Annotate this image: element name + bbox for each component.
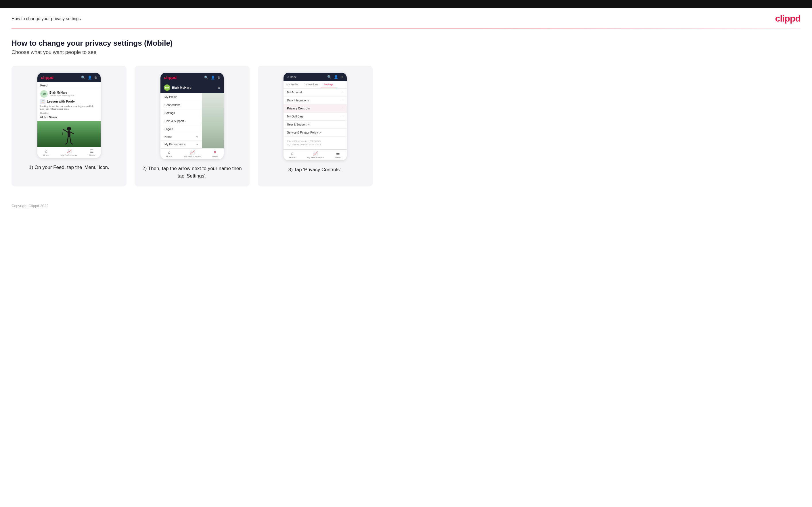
step1-bottom-nav: ⌂ Home 📈 My Performance ☰ Menu (37, 147, 101, 158)
step2-user-avatar: BM (164, 84, 170, 91)
step3-item-privacy-controls[interactable]: Privacy Controls › (284, 105, 347, 113)
performance-icon: 📈 (67, 149, 71, 153)
step-1-card: clippd 🔍 👤 ⊕ Feed BM Blair McHarg (11, 66, 126, 186)
step3-settings-list: My Account › Data Integrations › Privacy… (284, 89, 347, 137)
step1-nav-menu: ☰ Menu (89, 149, 95, 157)
step3-item-data-integrations[interactable]: Data Integrations › (284, 97, 347, 105)
logo: clippd (775, 13, 801, 24)
svg-line-2 (63, 129, 67, 132)
help-support-label: Help & Support ↗ (287, 123, 310, 126)
service-privacy-label: Service & Privacy Policy ↗ (287, 131, 321, 134)
step1-lesson-title: 📋 Lesson with Fordy (40, 99, 98, 104)
user-icon: 👤 (211, 75, 215, 79)
step2-section-home-label: Home (164, 135, 172, 138)
steps-container: clippd 🔍 👤 ⊕ Feed BM Blair McHarg (11, 66, 801, 186)
step-1-phone: clippd 🔍 👤 ⊕ Feed BM Blair McHarg (37, 73, 101, 158)
home-label: Home (166, 155, 172, 158)
search-icon: 🔍 (81, 75, 86, 79)
step3-nav-performance: 📈 My Performance (307, 151, 324, 159)
top-bar (0, 0, 812, 8)
step2-phone-logo: clippd (164, 75, 176, 80)
menu-icon: ☰ (336, 151, 340, 156)
user-icon: 👤 (334, 75, 338, 79)
home-icon: ⌂ (45, 149, 47, 153)
step1-post-header: BM Blair McHarg Yesterday · Sunningdale (40, 90, 98, 98)
step1-nav-performance: 📈 My Performance (61, 149, 78, 157)
step3-version-info: Clippd Client Version: 2022.8.3-3 GQL Se… (284, 137, 347, 149)
step1-feed-label: Feed (37, 82, 101, 88)
chevron-down-icon: ∨ (196, 135, 198, 138)
step3-nav-home: ⌂ Home (289, 151, 295, 159)
step2-section-home: Home ∨ (160, 133, 202, 141)
step3-nav-menu: ☰ Menu (335, 151, 341, 159)
settings-icon: ⊕ (341, 75, 343, 79)
svg-rect-1 (67, 131, 70, 137)
step2-username: Blair McHarg (172, 86, 192, 89)
copyright-text: Copyright Clippd 2022 (11, 204, 49, 208)
svg-line-7 (71, 143, 73, 144)
step-2-card: clippd 🔍 👤 ⊕ BM Blair McHarg ∧ (135, 66, 250, 186)
step1-phone-logo: clippd (41, 75, 53, 80)
chevron-down-icon-2: ∨ (196, 143, 198, 146)
page-heading: How to change your privacy settings (Mob… (11, 39, 801, 48)
step-3-card: < Back 🔍 👤 ⊕ My Profile Connections Sett… (258, 66, 373, 186)
performance-label: My Performance (61, 154, 78, 157)
step-2-phone: clippd 🔍 👤 ⊕ BM Blair McHarg ∧ (160, 73, 224, 159)
step3-item-service-privacy[interactable]: Service & Privacy Policy ↗ (284, 129, 347, 137)
step3-item-my-golf-bag[interactable]: My Golf Bag › (284, 113, 347, 121)
search-icon: 🔍 (327, 75, 332, 79)
step3-item-help-support[interactable]: Help & Support ↗ (284, 121, 347, 129)
client-version: Clippd Client Version: 2022.8.3-3 (287, 139, 343, 143)
data-integrations-label: Data Integrations (287, 99, 309, 102)
tab-my-profile[interactable]: My Profile (284, 81, 301, 88)
svg-line-3 (70, 132, 73, 133)
gql-version: GQL Server Version: 2022.7.30-1 (287, 143, 343, 147)
step1-phone-nav: clippd 🔍 👤 ⊕ (37, 73, 101, 82)
step1-post-sub: Yesterday · Sunningdale (49, 94, 74, 97)
step2-menu-right (202, 93, 224, 148)
step1-phone-icons: 🔍 👤 ⊕ (81, 75, 97, 79)
step3-back-label: Back (290, 75, 296, 79)
step1-duration-value: 01 hr : 30 min (40, 116, 98, 119)
header: How to change your privacy settings clip… (0, 8, 812, 24)
svg-point-0 (67, 127, 71, 131)
step2-menu-help: Help & Support (160, 117, 202, 125)
step2-menu-user-row: BM Blair McHarg ∧ (160, 82, 224, 93)
step3-tabs: My Profile Connections Settings (284, 81, 347, 89)
home-label: Home (43, 154, 49, 157)
user-icon: 👤 (88, 75, 92, 79)
step1-post: BM Blair McHarg Yesterday · Sunningdale … (37, 88, 101, 121)
step-3-phone: < Back 🔍 👤 ⊕ My Profile Connections Sett… (284, 73, 347, 160)
step3-item-my-account[interactable]: My Account › (284, 89, 347, 97)
step2-nav-menu: ✕ Menu (212, 150, 218, 158)
svg-line-5 (70, 137, 71, 143)
lesson-icon: 📋 (40, 99, 45, 104)
menu-icon: ☰ (90, 149, 94, 153)
chevron-right-icon: › (343, 99, 343, 102)
my-golf-bag-label: My Golf Bag (287, 115, 303, 118)
menu-label: Menu (335, 156, 341, 159)
step3-back-nav: < Back 🔍 👤 ⊕ (284, 73, 347, 81)
performance-icon: 📈 (190, 150, 195, 155)
search-icon: 🔍 (204, 75, 208, 79)
header-title: How to change your privacy settings (11, 16, 81, 21)
step-3-caption: 3) Tap 'Privacy Controls'. (289, 166, 342, 173)
tab-settings[interactable]: Settings (321, 81, 336, 88)
back-arrow-icon: < (287, 75, 289, 79)
menu-label: Menu (212, 155, 218, 158)
step1-duration-label: Duration (40, 112, 98, 114)
settings-icon: ⊕ (217, 75, 220, 79)
step2-menu-myprofile: My Profile (160, 93, 202, 101)
home-icon: ⌂ (168, 150, 170, 155)
step1-lesson-desc: Looking to feel like my hands are exitin… (40, 105, 98, 111)
step-1-caption: 1) On your Feed, tap the 'Menu' icon. (29, 164, 109, 171)
performance-icon: 📈 (313, 151, 318, 156)
golfer-svg (62, 126, 76, 147)
chevron-right-icon: › (343, 115, 343, 118)
step3-icons: 🔍 👤 ⊕ (327, 75, 343, 79)
performance-label: My Performance (307, 156, 324, 159)
chevron-right-icon: › (343, 91, 343, 94)
step2-phone-nav: clippd 🔍 👤 ⊕ (160, 73, 224, 82)
tab-connections[interactable]: Connections (301, 81, 321, 88)
step2-menu-left: My Profile Connections Settings Help & S… (160, 93, 202, 148)
